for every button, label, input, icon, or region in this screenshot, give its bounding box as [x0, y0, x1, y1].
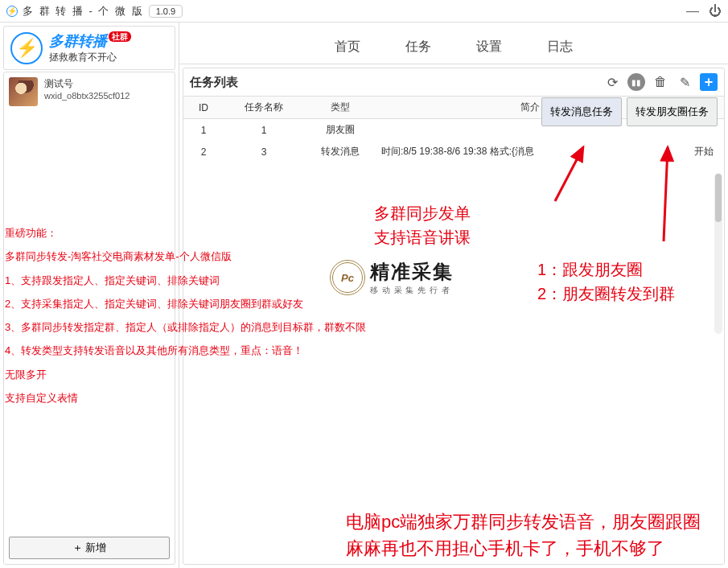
content: 首页 任务 设置 日志 任务列表 ⟳ ▮▮ 🗑 ✎ + ID 任务名称 [179, 23, 728, 568]
brand-name: 多群转播 [49, 33, 107, 49]
tab-logs[interactable]: 日志 [547, 39, 573, 56]
main-tabs: 首页 任务 设置 日志 [179, 23, 728, 64]
user-box: 测试号 wxid_o8btx3255cf012 ＋ 新增 [3, 72, 175, 565]
brand-badge: 社群 [109, 31, 131, 42]
scrollbar[interactable] [714, 173, 722, 334]
float-button-group: 转发消息任务 转发朋友圈任务 [541, 97, 718, 126]
add-task-button[interactable]: + [700, 73, 718, 91]
add-account-button[interactable]: ＋ 新增 [9, 537, 170, 559]
panel-title: 任务列表 [190, 75, 238, 90]
pause-icon[interactable]: ▮▮ [627, 73, 645, 91]
tab-tasks[interactable]: 任务 [405, 39, 431, 56]
tab-settings[interactable]: 设置 [476, 39, 502, 56]
col-name: 任务名称 [224, 97, 304, 119]
brand-slogan: 拯救教育不开心 [49, 51, 131, 64]
brand-logo-icon: ⚡ [10, 32, 43, 64]
refresh-icon[interactable]: ⟳ [603, 73, 621, 91]
table-row[interactable]: 2 3 转发消息 时间:8/5 19:38-8/6 19:38 格式:{消息 开… [183, 141, 724, 163]
col-type: 类型 [304, 97, 376, 119]
delete-icon[interactable]: 🗑 [652, 73, 669, 91]
forward-message-task-button[interactable]: 转发消息任务 [541, 97, 622, 126]
tab-home[interactable]: 首页 [335, 39, 360, 56]
sidebar: ⚡ 多群转播社群 拯救教育不开心 测试号 wxid_o8btx3255cf012… [0, 23, 179, 568]
minimize-icon[interactable]: — [686, 4, 699, 19]
power-icon[interactable]: ⏻ [709, 4, 722, 19]
brand-box: ⚡ 多群转播社群 拯救教育不开心 [3, 26, 175, 70]
avatar[interactable] [9, 77, 38, 106]
user-wxid: wxid_o8btx3255cf012 [44, 91, 130, 101]
task-panel: 任务列表 ⟳ ▮▮ 🗑 ✎ + ID 任务名称 类型 简介 [183, 68, 725, 565]
edit-icon[interactable]: ✎ [676, 73, 693, 91]
version-badge: 1.0.9 [149, 5, 183, 18]
titlebar: ⚡ 多 群 转 播 - 个 微 版 1.0.9 — ⏻ [0, 0, 728, 23]
app-logo-icon: ⚡ [6, 6, 18, 17]
col-id: ID [183, 97, 224, 119]
app-title: 多 群 转 播 - 个 微 版 [23, 4, 144, 19]
user-nickname: 测试号 [44, 77, 130, 91]
forward-moments-task-button[interactable]: 转发朋友圈任务 [627, 97, 718, 126]
